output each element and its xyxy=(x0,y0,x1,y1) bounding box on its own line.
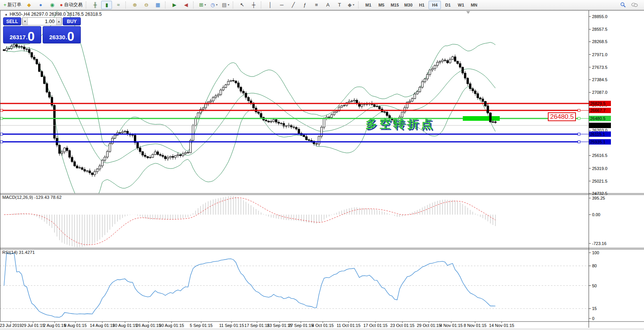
candle xyxy=(94,172,96,175)
line-anchor-marker[interactable] xyxy=(0,141,3,143)
line-chart-button[interactable]: ≈ xyxy=(113,1,123,9)
time-axis-label: 14 Aug 01:15 xyxy=(90,323,115,328)
line-chart-icon: ≈ xyxy=(117,2,120,7)
tile-windows-icon: ▦ xyxy=(155,2,160,7)
volume-input[interactable] xyxy=(28,18,56,25)
chart-canvas: 28855.028557.528268.527971.027673.527384… xyxy=(0,0,644,330)
community-icon[interactable]: ● xyxy=(35,1,46,9)
candle xyxy=(356,100,358,103)
candle xyxy=(172,157,174,157)
tf-d1-button[interactable]: D1 xyxy=(442,1,454,9)
candle xyxy=(343,105,345,106)
tf-m5-button[interactable]: M5 xyxy=(375,1,387,9)
autotrading-button-label: 自动交易 xyxy=(64,2,82,8)
auto-scroll-button[interactable]: ▶ xyxy=(169,1,180,9)
templates-button[interactable]: ▤▾ xyxy=(220,1,231,9)
sell-button[interactable]: SELL xyxy=(3,17,21,25)
line-anchor-marker[interactable] xyxy=(578,117,580,120)
trendline-icon: ╱ xyxy=(292,2,295,7)
line-anchor-marker[interactable] xyxy=(0,117,3,120)
volume-increase-button[interactable]: ▲ xyxy=(56,18,62,25)
chart-shift-button[interactable]: ◀ xyxy=(180,1,191,9)
chart-shift-marker[interactable] xyxy=(466,11,470,14)
candlestick-chart-button[interactable]: ▮ xyxy=(101,1,112,9)
candle xyxy=(8,48,10,49)
collapse-triangle-icon[interactable]: ▲ xyxy=(5,13,8,16)
volume-decrease-button[interactable]: ▼ xyxy=(22,18,28,25)
tile-windows-button[interactable]: ▦ xyxy=(152,1,163,9)
chart-title-text: HK50-,H4 26297.0 26398.0 26176.5 26318.5 xyxy=(10,12,102,17)
candle xyxy=(416,92,418,94)
channels-icon: ≡ xyxy=(315,2,318,7)
line-anchor-marker[interactable] xyxy=(0,109,3,112)
candle xyxy=(348,101,350,103)
candle xyxy=(459,63,461,67)
cursor-button[interactable]: ↖ xyxy=(237,1,247,9)
macd-axis-label: -723.16 xyxy=(592,241,606,246)
candle xyxy=(323,118,325,127)
horizontal-line-button[interactable]: ─ xyxy=(276,1,287,9)
channels-button[interactable]: ≡ xyxy=(311,1,322,9)
candle xyxy=(139,148,141,152)
line-anchor-marker[interactable] xyxy=(578,133,580,135)
candle xyxy=(66,148,68,151)
horizontal-line-icon: ─ xyxy=(280,2,284,7)
candle xyxy=(31,53,33,57)
line-anchor-marker[interactable] xyxy=(578,141,580,143)
candle xyxy=(328,117,330,117)
tf-h1-button[interactable]: H1 xyxy=(415,1,428,9)
new-order-button[interactable]: +新订单 xyxy=(2,1,23,9)
tf-m15-button[interactable]: M15 xyxy=(388,1,401,9)
line-anchor-marker[interactable] xyxy=(578,109,580,112)
tf-h4-button[interactable]: H4 xyxy=(429,1,441,9)
text-button[interactable]: A xyxy=(322,1,333,9)
new-chart-button[interactable]: ⊞▾ xyxy=(197,1,208,9)
market-icon-icon: ◆ xyxy=(27,2,31,7)
autotrading-button[interactable]: ●自动交易 xyxy=(58,1,84,9)
periods-button[interactable]: ◷▾ xyxy=(209,1,219,9)
candle xyxy=(152,155,153,158)
candle xyxy=(429,70,431,75)
autotrading-icon: ● xyxy=(60,2,63,7)
sell-price-button[interactable]: 26317 . 0 xyxy=(3,26,41,43)
vertical-line-button[interactable]: │ xyxy=(265,1,275,9)
candle xyxy=(353,100,355,101)
candle xyxy=(247,97,249,101)
rsi-axis-label: 0 xyxy=(592,316,594,321)
trendline-button[interactable]: ╱ xyxy=(288,1,299,9)
zoom-out-button[interactable]: ⊖ xyxy=(141,1,152,9)
candle xyxy=(41,72,43,77)
price-tag-label: 26667.7 xyxy=(590,108,606,113)
zoom-in-button[interactable]: ⊕ xyxy=(129,1,140,9)
text-label-button[interactable]: T xyxy=(334,1,345,9)
shapes-button[interactable]: ◆▾ xyxy=(345,1,356,9)
chat-button[interactable] xyxy=(629,1,640,9)
market-icon[interactable]: ◆ xyxy=(24,1,35,9)
rsi-axis-label: 15 xyxy=(592,306,597,311)
time-axis-label: 17 Oct 01:15 xyxy=(364,323,388,328)
bar-chart-button[interactable]: ╫ xyxy=(90,1,100,9)
candle xyxy=(434,65,436,68)
time-axis-label: 11 Oct 01:15 xyxy=(337,323,360,328)
toolbar-separator xyxy=(233,2,235,8)
candle xyxy=(109,144,111,152)
fibonacci-button[interactable]: ƒ xyxy=(299,1,310,9)
buy-price-button[interactable]: 26330 . 0 xyxy=(43,26,81,43)
tf-m30-button[interactable]: M30 xyxy=(402,1,415,9)
candle xyxy=(6,48,8,51)
toolbar-separator xyxy=(165,2,167,8)
buy-button[interactable]: BUY xyxy=(63,17,81,25)
tf-m1-button[interactable]: M1 xyxy=(362,1,374,9)
tf-w1-button[interactable]: W1 xyxy=(455,1,467,9)
main-toolbar: +新订单◆●◉●自动交易╫▮≈⊕⊖▦▶◀⊞▾◷▾▤▾↖┼│─╱ƒ≡AT◆▾M1M… xyxy=(0,0,644,10)
crosshair-button[interactable]: ┼ xyxy=(248,1,259,9)
candle xyxy=(99,166,101,169)
line-anchor-marker[interactable] xyxy=(0,133,3,135)
search-button[interactable] xyxy=(617,1,628,9)
highlight-rectangle[interactable] xyxy=(463,116,500,121)
signals-icon[interactable]: ◉ xyxy=(47,1,58,9)
candle xyxy=(237,83,239,87)
tf-mn-button[interactable]: MN xyxy=(468,1,480,9)
price-axis-label: 27087.0 xyxy=(592,90,607,95)
candle xyxy=(180,155,182,155)
